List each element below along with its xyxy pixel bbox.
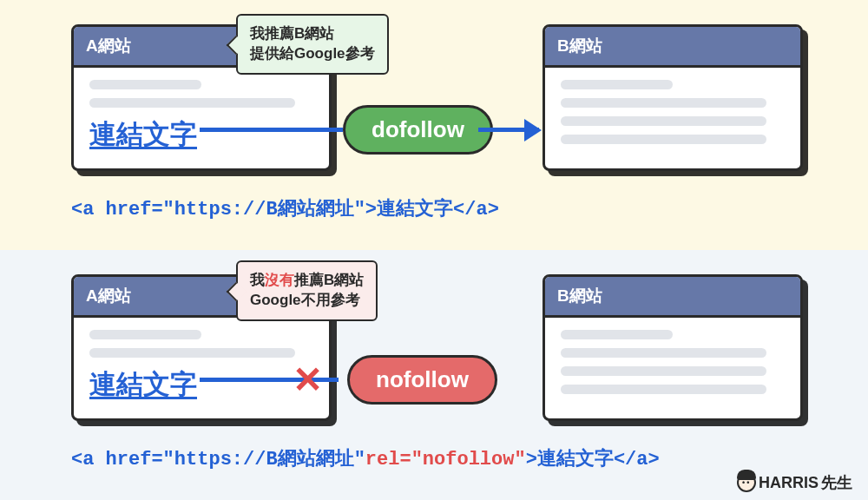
text-line	[561, 348, 766, 358]
speech-bubble-recommend: 我推薦B網站 提供給Google參考	[236, 14, 389, 75]
link-text: 連結文字	[89, 119, 197, 149]
site-b-window: B網站	[542, 24, 803, 171]
text-line	[561, 366, 766, 376]
brand-name: HARRIS	[759, 474, 819, 492]
text-line	[561, 135, 766, 144]
site-a-body: 連結文字	[74, 318, 329, 418]
nofollow-pill: nofollow	[347, 355, 497, 405]
dofollow-pill: dofollow	[343, 105, 493, 155]
bubble-line2: Google不用參考	[250, 291, 364, 311]
site-b-window: B網站	[542, 274, 803, 421]
text-line	[561, 330, 673, 339]
nofollow-panel: A網站 連結文字 我沒有推薦B網站 Google不用參考 ✕ nofollow …	[0, 250, 868, 500]
text-line	[89, 80, 201, 89]
dofollow-panel: A網站 連結文字 我推薦B網站 提供給Google參考 dofollow B網站…	[0, 0, 868, 250]
site-b-body	[545, 318, 800, 418]
text-line	[89, 348, 295, 358]
text-line	[89, 330, 201, 339]
text-line	[89, 98, 295, 108]
arrow-segment	[200, 128, 343, 132]
text-line	[561, 116, 766, 126]
site-b-title: B網站	[545, 277, 800, 318]
link-text: 連結文字	[89, 369, 197, 399]
bubble-line1: 我推薦B網站	[250, 24, 375, 44]
text-line	[561, 98, 766, 108]
brand-logo: HARRIS先生	[737, 472, 852, 493]
arrow-head-icon	[478, 128, 539, 132]
text-line	[561, 80, 673, 89]
site-a-body: 連結文字	[74, 68, 329, 168]
nofollow-code: <a href="https://B網站網址"rel="nofollow">連結…	[71, 445, 660, 471]
dofollow-code: <a href="https://B網站網址">連結文字</a>	[71, 195, 499, 221]
bubble-line1: 我沒有推薦B網站	[250, 271, 364, 291]
x-mark-icon: ✕	[293, 359, 323, 401]
text-line	[561, 385, 766, 394]
brand-suffix: 先生	[821, 472, 852, 493]
bubble-line2: 提供給Google參考	[250, 44, 375, 64]
site-b-body	[545, 68, 800, 168]
site-b-title: B網站	[545, 27, 800, 68]
speech-bubble-no-recommend: 我沒有推薦B網站 Google不用參考	[236, 260, 378, 321]
avatar-icon	[737, 473, 756, 492]
